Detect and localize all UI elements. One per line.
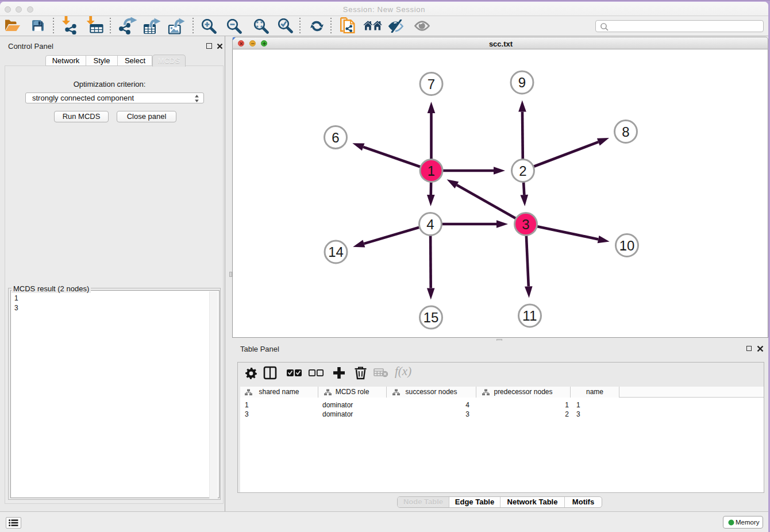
- svg-text:10: 10: [619, 238, 635, 253]
- svg-text:7: 7: [428, 76, 435, 92]
- svg-text:8: 8: [622, 124, 629, 140]
- svg-text:1: 1: [428, 163, 435, 179]
- svg-text:14: 14: [328, 244, 344, 260]
- svg-text:2: 2: [519, 163, 526, 179]
- svg-text:15: 15: [424, 310, 439, 325]
- svg-text:9: 9: [518, 75, 526, 90]
- svg-text:11: 11: [523, 308, 537, 323]
- svg-text:6: 6: [332, 130, 339, 145]
- svg-text:4: 4: [426, 217, 434, 232]
- svg-text:3: 3: [522, 217, 529, 232]
